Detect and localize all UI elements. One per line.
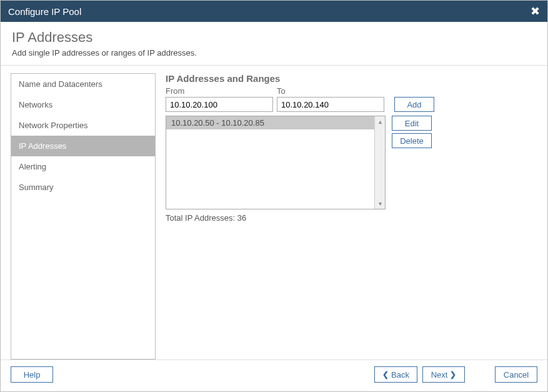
close-icon[interactable]: ✖ bbox=[531, 4, 540, 18]
body: Name and Datacenters Networks Network Pr… bbox=[1, 66, 547, 359]
ip-range-listbox[interactable]: 10.10.20.50 - 10.10.20.85 ▴ ▾ bbox=[166, 116, 386, 209]
to-input[interactable] bbox=[277, 97, 384, 112]
range-buttons: Add bbox=[394, 97, 434, 112]
header: IP Addresses Add single IP addresses or … bbox=[1, 22, 547, 66]
list-item[interactable]: 10.10.20.50 - 10.10.20.85 bbox=[166, 116, 385, 129]
delete-button[interactable]: Delete bbox=[392, 133, 432, 148]
chevron-right-icon: ❯ bbox=[450, 370, 456, 379]
sidebar-item-networks[interactable]: Networks bbox=[11, 94, 155, 115]
configure-ip-pool-dialog: Configure IP Pool ✖ IP Addresses Add sin… bbox=[0, 0, 548, 392]
total-ip-count: Total IP Addresses: 36 bbox=[166, 213, 532, 223]
cancel-button[interactable]: Cancel bbox=[495, 366, 537, 383]
sidebar-item-ip-addresses[interactable]: IP Addresses bbox=[11, 136, 155, 156]
range-input-row: From To Add bbox=[166, 86, 532, 112]
main-panel: IP Addresses and Ranges From To Add 10. bbox=[166, 73, 537, 359]
page-title: IP Addresses bbox=[12, 29, 536, 46]
from-input[interactable] bbox=[166, 97, 273, 112]
scroll-down-icon[interactable]: ▾ bbox=[375, 198, 386, 209]
sidebar-item-summary[interactable]: Summary bbox=[11, 177, 155, 198]
sidebar-item-name-datacenters[interactable]: Name and Datacenters bbox=[11, 74, 155, 94]
chevron-left-icon: ❮ bbox=[382, 370, 389, 379]
section-title: IP Addresses and Ranges bbox=[166, 73, 532, 84]
sidebar-item-alerting[interactable]: Alerting bbox=[11, 156, 155, 177]
from-label: From bbox=[166, 86, 273, 96]
help-button[interactable]: Help bbox=[11, 366, 53, 383]
to-label: To bbox=[277, 86, 384, 96]
list-buttons: Edit Delete bbox=[392, 116, 432, 209]
from-column: From bbox=[166, 86, 273, 112]
titlebar: Configure IP Pool ✖ bbox=[1, 1, 547, 22]
footer: Help ❮ Back Next ❯ Cancel bbox=[1, 359, 547, 391]
wizard-sidebar: Name and Datacenters Networks Network Pr… bbox=[11, 73, 156, 359]
back-button[interactable]: ❮ Back bbox=[374, 366, 417, 383]
next-button[interactable]: Next ❯ bbox=[422, 366, 465, 383]
add-button[interactable]: Add bbox=[394, 97, 434, 112]
page-subtitle: Add single IP addresses or ranges of IP … bbox=[12, 48, 536, 58]
scrollbar[interactable]: ▴ ▾ bbox=[374, 116, 385, 209]
to-column: To bbox=[277, 86, 384, 112]
dialog-title: Configure IP Pool bbox=[8, 6, 81, 17]
listbox-row: 10.10.20.50 - 10.10.20.85 ▴ ▾ Edit Delet… bbox=[166, 116, 532, 209]
edit-button[interactable]: Edit bbox=[392, 116, 432, 131]
sidebar-item-network-properties[interactable]: Network Properties bbox=[11, 115, 155, 136]
footer-right: ❮ Back Next ❯ Cancel bbox=[374, 366, 537, 383]
scroll-up-icon[interactable]: ▴ bbox=[375, 116, 386, 127]
